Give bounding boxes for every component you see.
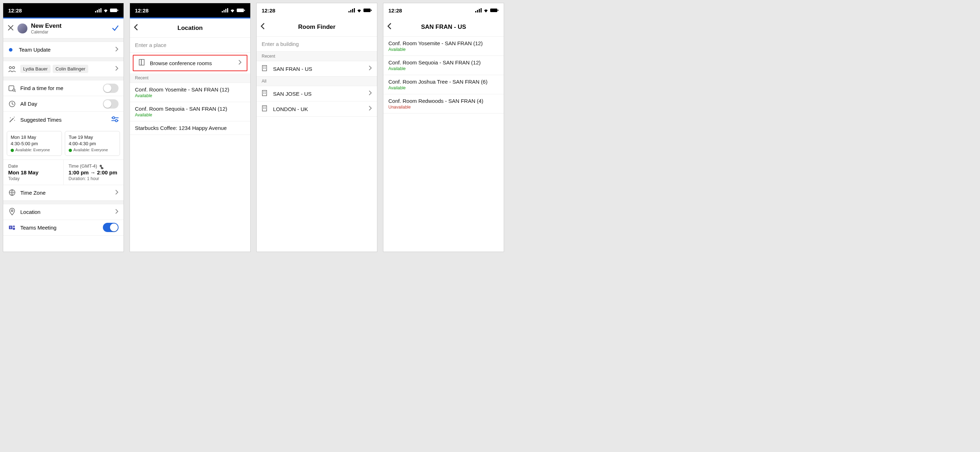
svg-point-21 <box>13 226 15 228</box>
date-picker[interactable]: Date Mon 18 May Today <box>3 160 64 185</box>
attendee-chip[interactable]: Lydia Bauer <box>20 65 51 73</box>
svg-point-11 <box>10 118 11 118</box>
svg-rect-45 <box>265 93 266 94</box>
find-time-row[interactable]: Find a time for me <box>3 80 124 96</box>
teams-label: Teams Meeting <box>20 224 99 231</box>
all-day-row[interactable]: All Day <box>3 96 124 112</box>
all-day-toggle[interactable] <box>103 99 119 108</box>
location-row[interactable]: Location <box>3 204 124 220</box>
location-header: Location <box>130 19 250 38</box>
date-sub: Today <box>8 176 58 181</box>
status-icons <box>222 8 245 13</box>
room-row[interactable]: Conf. Room Joshua Tree - SAN FRAN (6) Av… <box>383 75 504 94</box>
svg-rect-47 <box>263 107 264 108</box>
find-time-toggle[interactable] <box>103 84 119 93</box>
room-name: Conf. Room Joshua Tree - SAN FRAN (6) <box>388 79 487 85</box>
svg-point-12 <box>14 117 14 118</box>
svg-rect-1 <box>97 10 98 13</box>
svg-rect-28 <box>139 59 141 65</box>
event-title-row[interactable]: Team Update <box>3 42 124 58</box>
status-bar: 12:28 <box>257 3 377 18</box>
calendar-search-icon <box>8 85 16 92</box>
battery-icon <box>237 8 245 13</box>
svg-rect-29 <box>141 59 144 65</box>
location-label: Location <box>20 209 111 215</box>
room-name: Conf. Room Sequoia - SAN FRAN (12) <box>135 106 227 112</box>
date-value: Mon 18 May <box>8 169 58 175</box>
search-placeholder: Enter a building <box>262 41 299 47</box>
room-row[interactable]: Conf. Room Yosemite - SAN FRAN (12) Avai… <box>383 37 504 56</box>
page-title: Room Finder <box>298 24 336 30</box>
svg-rect-34 <box>363 8 371 12</box>
wifi-icon <box>103 8 108 13</box>
wand-icon <box>8 116 16 123</box>
building-row[interactable]: SAN FRAN - US <box>257 61 377 76</box>
time-suggestion-card[interactable]: Tue 19 May 4:00-4:30 pm Available: Every… <box>65 131 120 156</box>
chevron-right-icon <box>115 209 119 215</box>
find-time-label: Find a time for me <box>20 85 99 91</box>
time-sub: Duration: 1 hour <box>69 176 119 181</box>
time-picker[interactable]: Time (GMT-4) 1:00 pm → 2:00 pm Duration:… <box>64 160 124 185</box>
room-status: Available <box>388 86 406 91</box>
svg-rect-41 <box>262 91 267 96</box>
battery-icon <box>490 8 499 13</box>
svg-point-13 <box>14 120 15 121</box>
avatar <box>18 24 27 33</box>
people-icon <box>8 66 16 72</box>
room-name: Conf. Room Redwoods - SAN FRAN (4) <box>388 98 484 104</box>
recent-room-row[interactable]: Conf. Room Yosemite - SAN FRAN (12) Avai… <box>130 83 250 102</box>
chevron-left-icon <box>134 24 138 30</box>
attendees-row[interactable]: Lydia Bauer Colin Ballinger <box>3 61 124 77</box>
back-button[interactable] <box>387 22 392 31</box>
building-row[interactable]: LONDON - UK <box>257 102 377 117</box>
teams-meeting-row[interactable]: T Teams Meeting <box>3 220 124 236</box>
globe-icon <box>8 189 16 196</box>
svg-rect-31 <box>350 10 352 13</box>
recent-room-row[interactable]: Conf. Room Sequoia - SAN FRAN (12) Avail… <box>130 102 250 121</box>
signal-icon <box>348 8 355 13</box>
svg-rect-5 <box>118 10 118 11</box>
location-pin-icon <box>8 208 16 215</box>
svg-rect-54 <box>480 8 482 13</box>
date-time-row: Date Mon 18 May Today Time (GMT-4) 1:00 … <box>3 160 124 185</box>
room-row[interactable]: Conf. Room Redwoods - SAN FRAN (4) Unava… <box>383 94 504 113</box>
screen-location: 12:28 Location Enter a place Browse conf… <box>130 3 251 252</box>
timezone-row[interactable]: Time Zone <box>3 185 124 201</box>
event-title: Team Update <box>19 47 111 53</box>
room-status: Available <box>388 66 406 71</box>
suggested-times-row: Suggested Times <box>3 112 124 127</box>
daytime-icon <box>99 164 103 169</box>
building-name: SAN FRAN - US <box>273 66 364 72</box>
browse-rooms-highlight: Browse conference rooms <box>133 55 247 71</box>
wifi-icon <box>356 8 362 13</box>
teams-toggle[interactable] <box>103 223 119 232</box>
recent-place-row[interactable]: Starbucks Coffee: 1234 Happy Avenue <box>130 121 250 135</box>
attendee-chip[interactable]: Colin Ballinger <box>52 65 88 73</box>
status-bar: 12:28 <box>130 3 250 18</box>
location-search[interactable]: Enter a place <box>130 38 250 53</box>
svg-rect-44 <box>263 93 264 94</box>
browse-conference-rooms-row[interactable]: Browse conference rooms <box>134 56 247 70</box>
building-name: LONDON - UK <box>273 106 364 112</box>
chevron-right-icon <box>115 47 119 53</box>
room-row[interactable]: Conf. Room Sequoia - SAN FRAN (12) Avail… <box>383 56 504 75</box>
status-time: 12:28 <box>388 8 402 14</box>
back-button[interactable] <box>260 22 265 31</box>
status-bar: 12:28 <box>383 3 504 18</box>
battery-icon <box>363 8 372 13</box>
building-row[interactable]: SAN JOSE - US <box>257 86 377 102</box>
building-search[interactable]: Enter a building <box>257 37 377 52</box>
suggested-times-cards: Mon 18 May 4:30-5:00 pm Available: Every… <box>3 127 124 160</box>
svg-rect-33 <box>354 8 355 13</box>
back-button[interactable] <box>134 24 138 32</box>
sliders-icon <box>111 116 119 122</box>
save-button[interactable] <box>111 24 119 33</box>
svg-rect-0 <box>95 11 96 13</box>
status-time: 12:28 <box>8 8 22 14</box>
svg-rect-36 <box>262 65 267 71</box>
filter-button[interactable] <box>111 116 119 123</box>
header-text: New Event Calendar <box>31 22 62 35</box>
time-suggestion-card[interactable]: Mon 18 May 4:30-5:00 pm Available: Every… <box>7 131 62 156</box>
close-button[interactable] <box>8 25 14 32</box>
svg-rect-27 <box>244 10 245 11</box>
